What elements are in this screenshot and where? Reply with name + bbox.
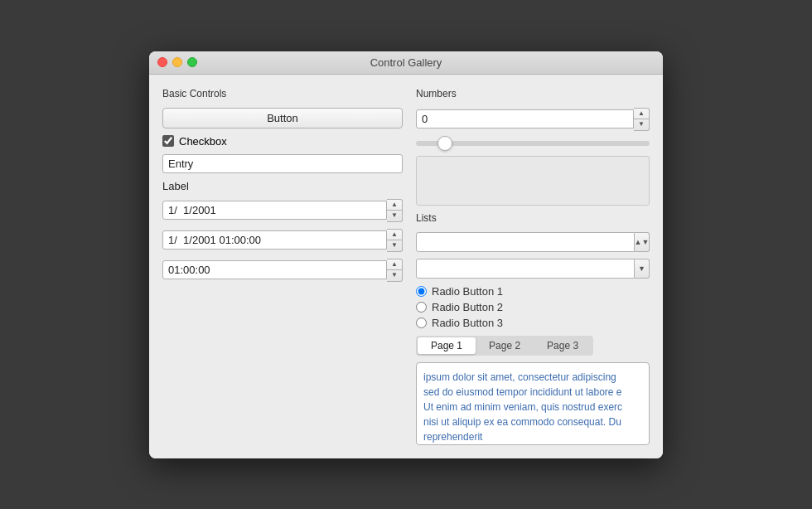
datetime-decrement-button[interactable]: ▼ (387, 240, 402, 251)
datetime-increment-button[interactable]: ▲ (387, 230, 402, 240)
radio-button-1-input[interactable] (416, 286, 427, 297)
tab-content-text: ipsum dolor sit amet, consectetur adipis… (423, 371, 622, 443)
numbers-input[interactable] (416, 109, 634, 128)
main-window: Control Gallery Basic Controls Button Ch… (149, 51, 663, 458)
time-spinner-row: ▲ ▼ (162, 259, 403, 282)
checkbox-input[interactable] (162, 135, 174, 147)
radio-button-2-input[interactable] (416, 302, 427, 313)
left-panel: Basic Controls Button Checkbox Label ▲ ▼ (162, 88, 403, 445)
datetime-spinner-row: ▲ ▼ (162, 229, 403, 252)
numbers-spinner-row: ▲ ▼ (416, 108, 650, 131)
maximize-button[interactable] (187, 57, 197, 67)
radio-button-2-row: Radio Button 2 (416, 301, 650, 313)
checkbox-row: Checkbox (162, 135, 403, 148)
window-title: Control Gallery (370, 56, 442, 69)
window-content: Basic Controls Button Checkbox Label ▲ ▼ (149, 75, 663, 458)
titlebar: Control Gallery (149, 51, 663, 75)
date-spinner-buttons: ▲ ▼ (387, 199, 403, 222)
large-area (416, 156, 650, 206)
lists-label: Lists (416, 212, 650, 224)
numbers-decrement-button[interactable]: ▼ (634, 119, 649, 130)
time-input[interactable] (162, 260, 387, 279)
radio-group: Radio Button 1 Radio Button 2 Radio Butt… (416, 285, 650, 329)
combo-button[interactable]: ▼ (635, 259, 650, 279)
button-control[interactable]: Button (162, 108, 403, 128)
radio-button-3-input[interactable] (416, 318, 427, 328)
numbers-increment-button[interactable]: ▲ (634, 109, 649, 119)
date-increment-button[interactable]: ▲ (387, 200, 402, 211)
right-panel: Numbers ▲ ▼ Lists ▲▼ ▼ (416, 88, 650, 445)
combo-input[interactable] (416, 259, 635, 279)
tabs-bar: Page 1 Page 2 Page 3 (416, 336, 593, 356)
date-input[interactable] (162, 201, 387, 220)
close-button[interactable] (157, 57, 167, 67)
radio-button-3-label: Radio Button 3 (432, 317, 503, 329)
tab-content-area: ipsum dolor sit amet, consectetur adipis… (416, 362, 650, 445)
time-spinner-buttons: ▲ ▼ (387, 259, 403, 282)
numbers-label: Numbers (416, 88, 650, 99)
tab-page3[interactable]: Page 3 (534, 337, 592, 354)
checkbox-label: Checkbox (179, 135, 227, 148)
dropdown-button[interactable]: ▲▼ (635, 232, 650, 252)
time-increment-button[interactable]: ▲ (387, 259, 402, 270)
combo-row: ▼ (416, 259, 650, 279)
dropdown-row: ▲▼ (416, 232, 650, 252)
datetime-input[interactable] (162, 230, 387, 250)
datetime-spinner-buttons: ▲ ▼ (387, 229, 403, 252)
tab-page1[interactable]: Page 1 (418, 337, 476, 354)
time-decrement-button[interactable]: ▼ (387, 270, 402, 281)
date-spinner-row: ▲ ▼ (162, 199, 403, 222)
basic-controls-label: Basic Controls (162, 88, 403, 99)
dropdown-input[interactable] (416, 232, 635, 252)
numbers-spinner-buttons: ▲ ▼ (634, 108, 650, 131)
tab-page2[interactable]: Page 2 (476, 337, 534, 354)
minimize-button[interactable] (172, 57, 182, 67)
label-display: Label (162, 180, 403, 192)
date-decrement-button[interactable]: ▼ (387, 211, 402, 221)
slider-control[interactable] (416, 141, 650, 146)
traffic-lights (157, 57, 197, 67)
radio-button-1-row: Radio Button 1 (416, 285, 650, 298)
radio-button-2-label: Radio Button 2 (432, 301, 503, 313)
radio-button-3-row: Radio Button 3 (416, 317, 650, 329)
radio-button-1-label: Radio Button 1 (432, 285, 503, 298)
entry-input[interactable] (162, 154, 403, 173)
